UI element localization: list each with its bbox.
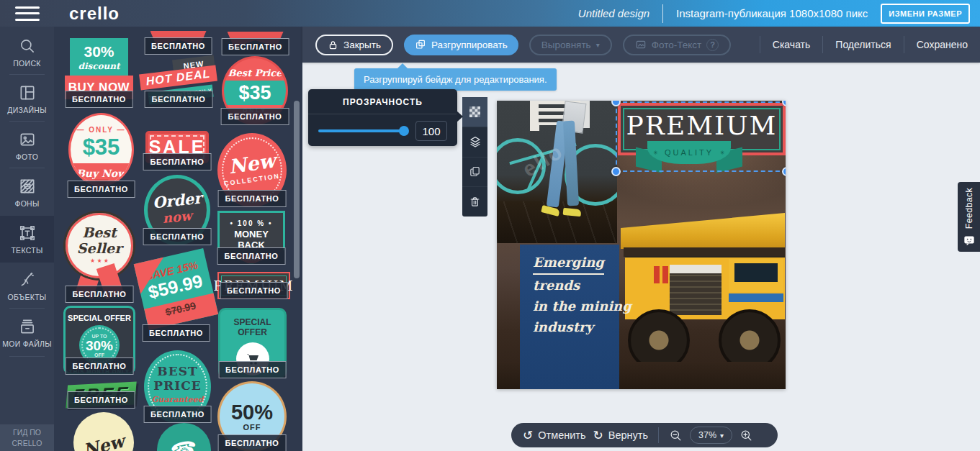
- panel-scrollbar[interactable]: [294, 101, 300, 278]
- layers-tool-button[interactable]: [462, 127, 487, 158]
- sticker-cut-ribbon-col2[interactable]: БЕСПЛАТНО: [148, 31, 209, 55]
- design-title[interactable]: Untitled design: [578, 7, 649, 19]
- align-button[interactable]: Выровнять ▾: [529, 35, 612, 55]
- share-button[interactable]: Поделиться: [823, 39, 903, 50]
- caption-text[interactable]: Emerging trends in the mining industry: [533, 252, 631, 337]
- download-button[interactable]: Скачать: [760, 39, 823, 50]
- zoom-out-icon: [669, 429, 683, 442]
- sticker-best-price-guaranteed[interactable]: BESTPRICEGuaranteedБЕСПЛАТНО: [144, 350, 211, 423]
- ungroup-tooltip: Разгруппируй бейдж для редактирования.: [354, 68, 557, 91]
- zoom-in-button[interactable]: [740, 429, 753, 442]
- delete-tool-button[interactable]: [462, 187, 487, 217]
- ungroup-button[interactable]: Разгруппировать: [404, 35, 518, 55]
- designs-icon: [18, 83, 37, 102]
- crello-logo: crello: [69, 4, 120, 24]
- feedback-tab[interactable]: Feedback: [958, 182, 980, 252]
- redo-icon: ↻: [593, 428, 603, 443]
- context-toolbar: [462, 97, 487, 217]
- resize-button[interactable]: ИЗМЕНИ РАЗМЕР: [881, 4, 970, 24]
- truck-bed: [621, 213, 785, 249]
- undo-button[interactable]: ↺ Отменить: [523, 428, 586, 443]
- free-badge-label: БЕСПЛАТНО: [220, 282, 288, 299]
- free-badge-label: БЕСПЛАТНО: [142, 324, 210, 342]
- brush-icon: [18, 270, 37, 289]
- top-bar: crello Untitled design Instagram-публика…: [0, 0, 980, 27]
- photo-icon: [18, 130, 37, 149]
- sticker-best-seller[interactable]: BestSeller★ ★ ★БЕСПЛАТНО: [63, 211, 135, 303]
- sidebar-item-designs[interactable]: ДИЗАЙНЫ: [0, 76, 54, 122]
- close-button[interactable]: Закрыть: [315, 35, 393, 55]
- free-badge-label: БЕСПЛАТНО: [218, 361, 287, 378]
- transparency-tool-button[interactable]: [462, 97, 487, 127]
- free-badge-label: БЕСПЛАТНО: [217, 247, 286, 265]
- trash-icon: [469, 196, 481, 208]
- chevron-down-icon: ▾: [596, 41, 600, 49]
- sticker-special-offer-cart[interactable]: SPECIAL OFFERSHOP AND SAVEБЕСПЛАТНО: [218, 308, 287, 378]
- design-format-label: Instagram-публикация 1080x1080 пикс: [676, 7, 868, 19]
- undo-icon: ↺: [523, 428, 533, 443]
- texts-icon: [18, 224, 37, 242]
- sticker-premium[interactable]: PREMIUMБЕСПЛАТНО: [217, 272, 290, 299]
- design-canvas[interactable]: ello Emerging trends in the mining indus…: [497, 101, 786, 389]
- sticker-order-now[interactable]: OrdernowБЕСПЛАТНО: [144, 175, 210, 245]
- sticker-save-15[interactable]: SAVE 15%$59.99$70.99БЕСПЛАТНО: [140, 255, 212, 342]
- woman-bicycle-photo[interactable]: ello: [497, 101, 617, 243]
- photo-text-button[interactable]: Фото-Текст ?: [623, 35, 732, 55]
- sticker-hot-deal[interactable]: NEWHOT DEALTHIS MONTH ONLYБЕСПЛАТНО: [143, 56, 215, 108]
- sidebar-item-search[interactable]: ПОИСК: [0, 29, 54, 76]
- sticker-new-yellow[interactable]: New: [73, 412, 134, 451]
- toolbar-divider: [658, 427, 659, 443]
- zoom-in-icon: [740, 429, 753, 442]
- my-files-icon: [18, 317, 37, 336]
- transparency-value[interactable]: 100: [415, 121, 447, 141]
- duplicate-tool-button[interactable]: [462, 158, 487, 188]
- selection-handle-bottom-left[interactable]: [611, 167, 621, 176]
- sticker-best-price-35[interactable]: Best Price$35ONLYБЕСПЛАТНО: [222, 56, 288, 125]
- sticker-free[interactable]: FREEБЕСПЛАТНО: [67, 381, 135, 409]
- sticker-only-35-buy-now[interactable]: — ONLY —$35Buy NowБЕСПЛАТНО: [68, 113, 134, 198]
- transparency-icon: [469, 106, 480, 117]
- free-badge-label: БЕСПЛАТНО: [65, 91, 133, 108]
- free-badge-label: БЕСПЛАТНО: [144, 37, 212, 55]
- slider-knob[interactable]: [399, 126, 409, 136]
- redo-button[interactable]: ↻ Вернуть: [593, 428, 649, 443]
- sticker-new-collection[interactable]: NewCOLLECTIONБЕСПЛАТНО: [217, 133, 287, 207]
- photo-text-icon: [635, 39, 647, 50]
- sticker-sale[interactable]: SALEБЕСПЛАТНО: [144, 129, 210, 170]
- sidebar-item-guide[interactable]: ГИД ПО CRELLO: [0, 424, 54, 451]
- free-badge-label: БЕСПЛАТНО: [143, 406, 212, 423]
- sidebar-item-texts[interactable]: ТЕКСТЫ: [0, 216, 54, 263]
- sidebar-item-objects[interactable]: ОБЪЕКТЫ: [0, 263, 54, 309]
- lock-icon: [328, 40, 338, 50]
- sidebar-separator: [9, 356, 45, 357]
- free-badge-label: БЕСПЛАТНО: [218, 190, 287, 207]
- transparency-slider[interactable]: [318, 129, 407, 132]
- sidebar-item-photo[interactable]: ФОТО: [0, 122, 54, 169]
- search-icon: [18, 37, 37, 55]
- sidebar-item-backgrounds[interactable]: ФОНЫ: [0, 169, 54, 216]
- sidebar-separator: [9, 308, 45, 309]
- free-badge-label: БЕСПЛАТНО: [218, 434, 287, 451]
- zoom-level-dropdown[interactable]: 37% ▾: [690, 427, 732, 444]
- sidebar-item-my-files[interactable]: МОИ ФАЙЛЫ: [0, 309, 54, 356]
- duplicate-icon: [469, 165, 481, 178]
- sticker-fifty-off[interactable]: 50%OFFБЕСПЛАТНО: [217, 381, 287, 451]
- zoom-out-button[interactable]: [669, 429, 683, 442]
- sticker-cut-ribbon-col3[interactable]: БЕСПЛАТНО: [225, 32, 286, 55]
- free-badge-label: БЕСПЛАТНО: [67, 181, 135, 198]
- transparency-panel: ПРОЗРАЧНОСТЬ 100: [308, 89, 457, 146]
- sticker-phone[interactable]: ☎: [157, 423, 211, 451]
- selection-handle-bottom-right[interactable]: [782, 167, 786, 176]
- quality-ribbon[interactable]: ✳ QUALITY ✳: [636, 141, 742, 173]
- edit-toolbar: Закрыть Разгруппировать Выровнять ▾ Фото…: [302, 27, 980, 63]
- history-zoom-toolbar: ↺ Отменить ↻ Вернуть 37% ▾: [511, 423, 778, 447]
- sidebar-separator: [9, 74, 45, 75]
- sticker-money-back[interactable]: • 100 % •MONEY BACKGUARANTEEDБЕСПЛАТНО: [217, 211, 285, 265]
- topbar-divider: [662, 4, 663, 23]
- free-badge-label: БЕСПЛАТНО: [221, 38, 289, 55]
- sticker-special-offer-30[interactable]: SPECIAL OFFERUP TO30%OFFTHIS MONTH ONLYБ…: [63, 306, 135, 375]
- ungroup-icon: [415, 39, 426, 50]
- sticker-discount-buy-now[interactable]: 30%discountBUY NOWБЕСПЛАТНО: [65, 38, 133, 108]
- phone-icon: ☎: [168, 434, 200, 451]
- hamburger-menu-icon[interactable]: [15, 6, 40, 21]
